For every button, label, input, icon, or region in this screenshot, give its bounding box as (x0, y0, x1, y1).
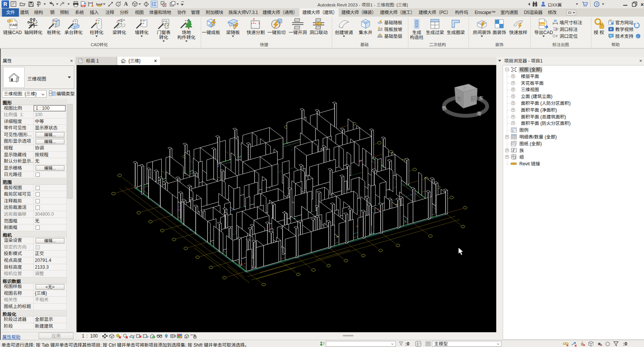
svg-text:东: 东 (479, 96, 483, 101)
svg-text:CAD: CAD (10, 23, 17, 27)
svg-text:南: 南 (476, 110, 482, 117)
svg-text:左: 左 (456, 96, 462, 102)
svg-text:前: 前 (470, 95, 477, 103)
svg-text:上: 上 (462, 86, 466, 90)
svg-text:DWG: DWG (540, 23, 547, 26)
svg-text:?: ? (596, 3, 598, 6)
svg-text:1: 1 (117, 3, 119, 6)
svg-text:PDF: PDF (81, 5, 85, 7)
